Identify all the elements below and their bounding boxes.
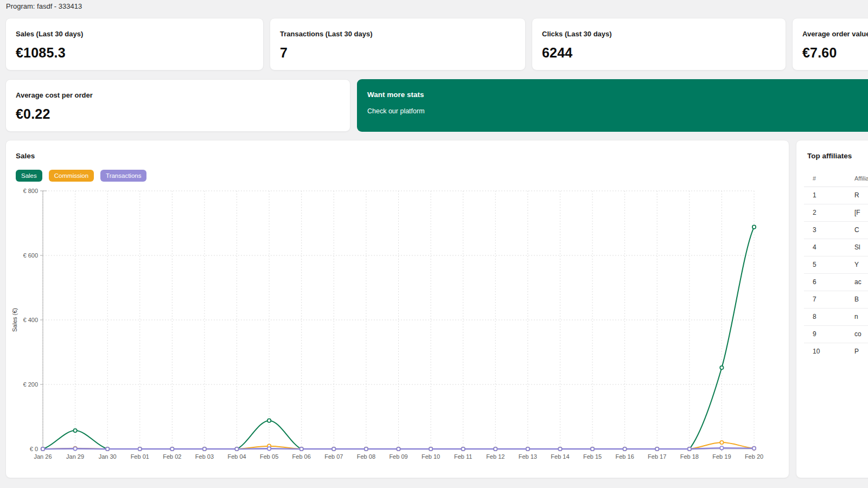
- axes: [40, 191, 754, 451]
- table-row: 9co: [804, 326, 868, 343]
- data-point-marker: [720, 366, 723, 369]
- x-tick-label: Feb 06: [292, 453, 311, 460]
- promo-subtitle[interactable]: Check our platform: [367, 107, 868, 115]
- data-point-marker: [203, 447, 206, 451]
- top-affiliates-title: Top affiliates: [807, 152, 852, 160]
- y-tick-label: € 400: [23, 317, 38, 323]
- data-point-marker: [688, 447, 691, 451]
- affiliate-rank: 8: [804, 309, 845, 326]
- data-point-marker: [138, 447, 142, 451]
- data-point-marker: [494, 447, 497, 451]
- column-header-affiliate: Affiliate: [845, 171, 868, 187]
- affiliate-name: P: [845, 343, 868, 361]
- x-tick-label: Feb 12: [486, 453, 505, 460]
- affiliate-rank: 6: [804, 274, 845, 291]
- data-point-marker: [41, 447, 44, 451]
- table-row: 3C: [804, 222, 868, 239]
- affiliate-rank: 10: [804, 343, 845, 361]
- x-tick-label: Feb 07: [324, 453, 343, 460]
- data-point-marker: [429, 447, 432, 451]
- affiliate-rank: 5: [804, 256, 845, 274]
- table-row: 4Sl: [804, 239, 868, 256]
- affiliate-name: R: [845, 187, 868, 204]
- table-row: 5Y: [804, 256, 868, 274]
- data-point-marker: [267, 419, 271, 422]
- x-tick-label: Feb 15: [583, 453, 602, 460]
- affiliate-rank: 4: [804, 239, 845, 256]
- x-tick-label: Feb 20: [745, 453, 763, 460]
- affiliate-rank: 2: [804, 204, 845, 222]
- affiliate-rank: 1: [804, 187, 845, 204]
- data-point-marker: [300, 447, 303, 451]
- secondary-row: Average cost per order €0.22 Want more s…: [5, 79, 868, 132]
- x-tick-label: Feb 11: [454, 453, 472, 460]
- affiliate-rank: 7: [804, 291, 845, 309]
- x-tick-label: Jan 29: [66, 453, 84, 460]
- data-point-marker: [558, 447, 561, 451]
- promo-banner[interactable]: Want more stats Check our platform: [357, 79, 868, 132]
- x-tick-label: Feb 09: [389, 453, 407, 460]
- affiliate-name: ac: [845, 274, 868, 291]
- data-point-marker: [332, 447, 335, 451]
- x-tick-label: Feb 01: [131, 453, 149, 460]
- x-tick-label: Feb 19: [712, 453, 731, 460]
- x-tick-label: Feb 05: [260, 453, 278, 460]
- stat-label: Average cost per order: [16, 91, 340, 99]
- series-transactions: [41, 446, 756, 451]
- x-tick-label: Feb 04: [227, 453, 246, 460]
- table-row: 7B: [804, 291, 868, 309]
- x-tick-label: Feb 08: [357, 453, 375, 460]
- data-point-marker: [752, 447, 756, 450]
- x-tick-label: Feb 13: [519, 453, 537, 460]
- table-row: 2[F: [804, 204, 868, 222]
- data-point-marker: [397, 447, 400, 451]
- table-row: 1R: [804, 187, 868, 204]
- column-header-rank: #: [804, 171, 845, 187]
- x-tick-label: Feb 17: [648, 453, 666, 460]
- affiliate-name: n: [845, 309, 868, 326]
- top-affiliates-card: Top affiliates # Affiliate 1R2[F3C4Sl5Y6…: [796, 140, 868, 478]
- data-point-marker: [655, 447, 659, 451]
- stat-value: €7.60: [802, 45, 868, 61]
- sales-chart-card: Sales SalesCommissionTransactions Sales …: [5, 140, 789, 478]
- program-header: Program: fasdf - 333413: [6, 2, 82, 10]
- x-tick-label: Jan 26: [34, 453, 52, 460]
- data-point-marker: [365, 447, 368, 451]
- stat-label: Clicks (Last 30 days): [542, 30, 776, 38]
- stat-label: Average order value: [802, 30, 868, 38]
- affiliate-rank: 3: [804, 222, 845, 239]
- stat-label: Sales (Last 30 days): [16, 30, 253, 38]
- stat-card-transactions: Transactions (Last 30 days) 7: [270, 18, 526, 70]
- promo-title: Want more stats: [367, 91, 868, 99]
- table-row: 8n: [804, 309, 868, 326]
- table-row: 6ac: [804, 274, 868, 291]
- x-tick-label: Feb 18: [680, 453, 699, 460]
- data-point-marker: [752, 225, 756, 228]
- data-point-marker: [73, 447, 76, 450]
- x-tick-label: Feb 16: [616, 453, 634, 460]
- y-tick-label: € 200: [23, 381, 38, 388]
- affiliate-name: [F: [845, 204, 868, 222]
- x-tick-label: Feb 10: [422, 453, 440, 460]
- x-tick-label: Jan 30: [99, 453, 117, 460]
- data-point-marker: [73, 429, 76, 432]
- stat-value: 6244: [542, 45, 776, 61]
- axis-labels: € 0€ 200€ 400€ 600€ 800Jan 26Jan 29Jan 3…: [23, 188, 763, 460]
- stat-value: €0.22: [16, 106, 340, 122]
- data-point-marker: [461, 447, 464, 451]
- stat-card-average-order: Average order value €7.60: [792, 18, 868, 70]
- gridlines: [43, 191, 754, 449]
- data-point-marker: [170, 447, 174, 451]
- data-point-marker: [591, 447, 594, 451]
- data-point-marker: [623, 447, 626, 451]
- data-point-marker: [106, 447, 109, 451]
- x-tick-label: Feb 02: [163, 453, 181, 460]
- y-tick-label: € 600: [23, 252, 38, 259]
- y-tick-label: € 0: [30, 446, 38, 452]
- affiliate-name: Y: [845, 256, 868, 274]
- affiliate-rank: 9: [804, 326, 845, 343]
- data-point-marker: [720, 441, 723, 444]
- data-point-marker: [267, 447, 271, 450]
- stat-label: Transactions (Last 30 days): [280, 30, 515, 38]
- stat-value: €1085.3: [16, 45, 253, 61]
